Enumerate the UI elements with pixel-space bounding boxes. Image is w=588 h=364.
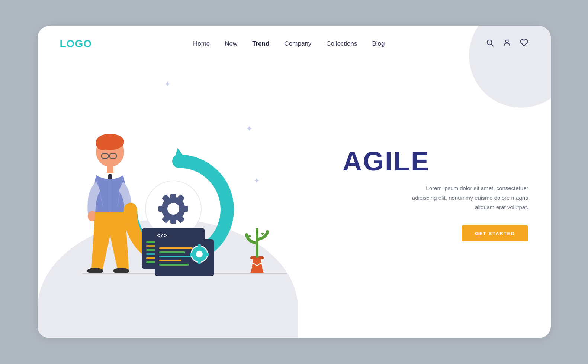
svg-rect-42 [159,264,189,266]
svg-point-20 [167,203,179,215]
nav-trend[interactable]: Trend [252,40,269,48]
hero-description: Lorem ipsum dolor sit amet, consectetuer… [402,183,528,212]
svg-rect-46 [198,261,201,264]
svg-rect-24 [158,206,164,212]
svg-rect-9 [107,166,113,174]
svg-rect-39 [159,251,185,253]
svg-rect-47 [206,253,209,256]
svg-point-2 [506,40,508,43]
right-panel: AGILE Lorem ipsum dolor sit amet, consec… [335,57,551,332]
get-started-button[interactable]: GET STARTED [462,225,528,241]
svg-text:</>: </> [157,232,167,239]
svg-rect-48 [190,253,193,256]
svg-rect-22 [170,218,176,224]
svg-point-14 [113,268,129,274]
main-content: ✦ ✦ ✦ [38,57,551,332]
svg-point-53 [248,235,251,237]
sparkle-icon-1: ✦ [164,79,171,89]
header-actions [486,39,528,49]
svg-point-52 [261,233,264,235]
svg-rect-45 [198,244,201,247]
search-icon[interactable] [486,39,494,49]
page-container: LOGO Home New Trend Company Collections … [38,26,551,338]
svg-line-1 [492,44,494,46]
hero-title: AGILE [343,148,430,175]
user-icon[interactable] [503,39,511,49]
header: LOGO Home New Trend Company Collections … [38,26,551,57]
nav-company[interactable]: Company [285,40,312,48]
svg-point-5 [96,137,109,150]
svg-rect-21 [170,194,176,200]
navigation: Home New Trend Company Collections Blog [193,40,385,48]
nav-collections[interactable]: Collections [326,40,357,48]
svg-rect-23 [182,206,188,212]
svg-point-44 [196,250,203,258]
left-panel: ✦ ✦ ✦ [38,57,335,332]
main-illustration: </> [52,117,305,332]
nav-blog[interactable]: Blog [372,40,385,48]
svg-rect-38 [159,247,193,249]
svg-point-51 [256,230,258,233]
svg-point-13 [87,268,103,274]
svg-rect-41 [159,260,181,261]
nav-home[interactable]: Home [193,40,210,48]
nav-new[interactable]: New [225,40,237,48]
heart-icon[interactable] [520,39,528,49]
logo: LOGO [60,38,92,50]
